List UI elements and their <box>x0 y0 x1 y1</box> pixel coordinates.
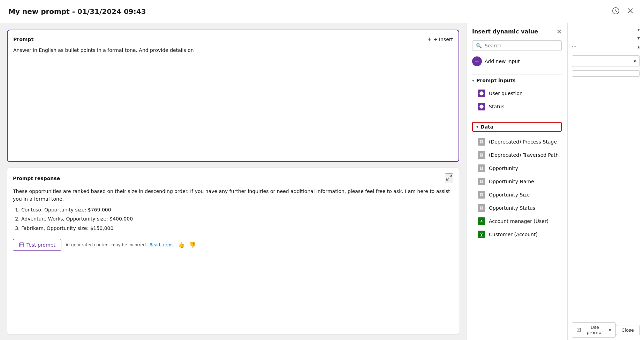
insert-button[interactable]: + + Insert <box>427 36 453 42</box>
main-content: Prompt + + Insert Answer in English as b… <box>0 23 644 340</box>
read-terms-link[interactable]: Read terms <box>150 242 174 247</box>
deprecated-process-stage-label: (Deprecated) Process Stage <box>489 139 557 145</box>
insert-label: + Insert <box>433 37 453 42</box>
text-input-row[interactable] <box>572 70 640 77</box>
customer-account-label: Customer (Account) <box>489 232 538 237</box>
response-header: Prompt response <box>13 173 453 183</box>
chevron-item-3: ··· ▴ <box>572 44 640 50</box>
prompt-inputs-label: Prompt inputs <box>476 78 516 83</box>
response-footer: Test prompt AI-generated content may be … <box>13 239 453 251</box>
dynamic-panel-header: Insert dynamic value ✕ <box>472 28 562 35</box>
search-box: 🔍 <box>472 40 562 51</box>
far-right-bottom: Use prompt ▾ Close <box>572 318 640 338</box>
test-prompt-label: Test prompt <box>26 242 55 248</box>
opportunity-status-item[interactable]: Opportunity Status <box>472 201 562 215</box>
opportunity-size-label: Opportunity Size <box>489 192 530 198</box>
ai-disclaimer: AI-generated content may be incorrect. R… <box>66 242 174 247</box>
close-dynamic-panel-button[interactable]: ✕ <box>556 29 562 35</box>
data-section-header[interactable]: ▾ Data <box>472 122 562 132</box>
list-item: Adventure Works, Opportunity size: $400,… <box>21 215 453 223</box>
divider-2 <box>472 119 562 119</box>
add-new-input-button[interactable]: + Add new input <box>472 56 562 66</box>
far-right-panel: ▾ ▾ ··· ▴ ▾ Use prompt ▾ <box>567 23 644 340</box>
customer-account-item[interactable]: Customer (Account) <box>472 228 562 241</box>
collapse-button-2[interactable]: ▾ <box>637 35 640 41</box>
list-item: Contoso, Opportunity size: $769,000 <box>21 206 453 214</box>
prompt-section-title: Prompt <box>13 37 33 42</box>
data-chevron[interactable]: ▾ <box>476 124 478 129</box>
deprecated-traversed-path-icon <box>478 151 485 159</box>
app-header: My new prompt - 01/31/2024 09:43 <box>0 0 644 23</box>
opportunity-label: Opportunity <box>489 165 518 171</box>
status-icon <box>478 103 485 110</box>
opportunity-status-label: Opportunity Status <box>489 205 535 211</box>
use-prompt-chevron: ▾ <box>609 327 611 333</box>
user-question-icon <box>478 90 485 97</box>
collapse-button-3[interactable]: ▴ <box>637 44 640 50</box>
response-title: Prompt response <box>13 176 60 181</box>
deprecated-traversed-path-label: (Deprecated) Traversed Path <box>489 152 559 158</box>
thumbs-up-button[interactable]: 👍 <box>178 241 185 248</box>
search-input[interactable] <box>485 43 558 48</box>
status-item[interactable]: Status <box>472 100 562 113</box>
opportunity-size-icon <box>478 191 485 199</box>
plus-icon: + <box>427 36 432 42</box>
response-text: These opportunities are ranked based on … <box>13 187 453 232</box>
header-icons <box>611 6 636 17</box>
list-item: Fabrikam, Opportunity size: $150,000 <box>21 224 453 232</box>
dynamic-panel-title: Insert dynamic value <box>472 28 538 35</box>
add-new-input-label: Add new input <box>485 59 520 64</box>
deprecated-process-stage-item[interactable]: (Deprecated) Process Stage <box>472 135 562 148</box>
user-question-label: User question <box>489 91 523 96</box>
dropdown-chevron-icon: ▾ <box>634 59 636 64</box>
opportunity-status-icon <box>478 204 485 212</box>
account-manager-icon <box>478 217 485 225</box>
app-title: My new prompt - 01/31/2024 09:43 <box>8 7 146 16</box>
opportunity-name-icon <box>478 178 485 185</box>
prompt-section-header: Prompt + + Insert <box>13 36 453 42</box>
opportunity-size-item[interactable]: Opportunity Size <box>472 188 562 201</box>
thumbs-down-button[interactable]: 👎 <box>189 241 196 248</box>
customer-account-icon <box>478 231 485 238</box>
use-prompt-button[interactable]: Use prompt ▾ <box>572 322 616 338</box>
expand-icon[interactable] <box>445 173 453 183</box>
opportunity-name-label: Opportunity Name <box>489 179 534 184</box>
chevron-item-1: ▾ <box>572 27 640 32</box>
three-dots-button[interactable]: ··· <box>572 44 576 50</box>
account-manager-item[interactable]: Account manager (User) <box>472 215 562 228</box>
chevron-item-2: ▾ <box>572 35 640 41</box>
svg-point-11 <box>481 220 482 221</box>
close-button[interactable]: Close <box>616 325 640 335</box>
prompt-inputs-header: ▾ Prompt inputs <box>472 78 562 83</box>
disclaimer-text: AI-generated content may be incorrect. <box>66 242 148 247</box>
data-section-label: Data <box>480 124 493 130</box>
dropdown-row[interactable]: ▾ <box>572 55 640 67</box>
response-intro: These opportunities are ranked based on … <box>13 187 453 203</box>
account-manager-label: Account manager (User) <box>489 218 548 224</box>
save-icon[interactable] <box>611 6 621 17</box>
opportunity-icon <box>478 164 485 172</box>
user-question-item[interactable]: User question <box>472 87 562 100</box>
prompt-inputs-chevron[interactable]: ▾ <box>472 78 474 83</box>
prompt-text: Answer in English as bullet points in a … <box>13 47 453 54</box>
far-right-chevrons: ▾ ▾ ··· ▴ <box>572 27 640 50</box>
divider-1 <box>472 75 562 75</box>
prompt-inputs-section: ▾ Prompt inputs User question <box>472 78 562 113</box>
left-panel: Prompt + + Insert Answer in English as b… <box>0 23 466 340</box>
prompt-section: Prompt + + Insert Answer in English as b… <box>7 30 459 162</box>
close-label: Close <box>622 327 634 333</box>
dynamic-panel: Insert dynamic value ✕ 🔍 + Add new input… <box>466 23 567 340</box>
close-icon[interactable] <box>625 6 636 17</box>
opportunity-name-item[interactable]: Opportunity Name <box>472 175 562 188</box>
deprecated-traversed-path-item[interactable]: (Deprecated) Traversed Path <box>472 148 562 162</box>
deprecated-process-stage-icon <box>478 138 485 146</box>
collapse-button-1[interactable]: ▾ <box>637 27 640 32</box>
prompt-response-section: Prompt response These opportunities are … <box>7 168 459 335</box>
opportunity-item[interactable]: Opportunity <box>472 162 562 175</box>
add-icon: + <box>472 56 482 66</box>
status-label: Status <box>489 104 505 109</box>
response-list: Contoso, Opportunity size: $769,000 Adve… <box>21 206 453 232</box>
search-icon: 🔍 <box>476 43 482 48</box>
use-prompt-label: Use prompt <box>582 325 607 335</box>
test-prompt-button[interactable]: Test prompt <box>13 239 61 251</box>
